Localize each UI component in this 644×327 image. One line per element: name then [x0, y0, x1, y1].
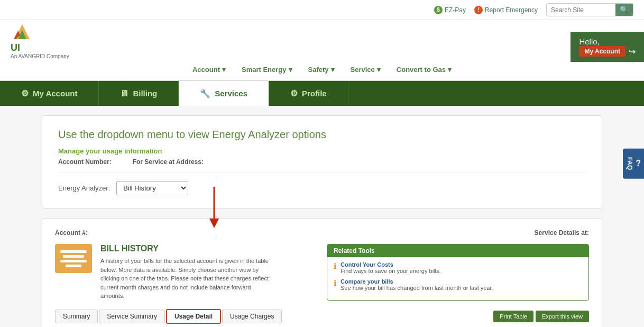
- search-button[interactable]: 🔍: [615, 4, 633, 16]
- energy-analyzer-row: Energy Analyzer: Bill History Usage Hist…: [58, 181, 586, 195]
- nav-service[interactable]: Service ▾: [344, 63, 387, 76]
- related-tools-body: ℹ Control Your Costs Find ways to save o…: [327, 257, 588, 299]
- bill-content-row: BILL HISTORY A history of your bills for…: [55, 244, 589, 301]
- energy-analyzer-select[interactable]: Bill History Usage History Degree Days C…: [116, 181, 188, 195]
- search-icon: 🔍: [620, 6, 629, 14]
- header-main: UI An AVANGRID Company Hello, My Account…: [0, 20, 644, 59]
- logout-icon[interactable]: ↪: [629, 47, 636, 57]
- manage-label: Manage your usage information: [58, 147, 586, 155]
- related-tools-header: Related Tools: [327, 244, 588, 257]
- sub-tab-usage-detail[interactable]: Usage Detail: [166, 309, 221, 324]
- chevron-down-icon: ▾: [448, 66, 452, 74]
- account-service-row: Account #: Service Details at:: [55, 229, 589, 237]
- nav-smart-energy[interactable]: Smart Energy ▾: [235, 63, 299, 76]
- services-tab-icon: 🔧: [200, 88, 210, 98]
- bill-history-section: Account #: Service Details at: BILL HIST…: [42, 218, 602, 327]
- tab-my-account[interactable]: ⚙ My Account: [0, 81, 99, 106]
- logo-icon: [11, 23, 34, 42]
- tab-profile[interactable]: ⚙ Profile: [269, 81, 348, 106]
- print-table-button[interactable]: Print Table: [493, 311, 533, 322]
- my-account-tab-icon: ⚙: [21, 88, 29, 98]
- greeting-text: Hello,: [579, 37, 636, 46]
- faq-button[interactable]: ? FAQ: [623, 149, 644, 179]
- company-subtitle: An AVANGRID Company: [11, 53, 69, 59]
- related-tools: Related Tools ℹ Control Your Costs Find …: [327, 244, 589, 301]
- profile-tab-icon: ⚙: [290, 88, 298, 98]
- tab-billing[interactable]: 🖥 Billing: [99, 81, 179, 106]
- logo-area: UI An AVANGRID Company: [11, 23, 69, 59]
- ezpay-link[interactable]: $ EZ-Pay: [434, 6, 466, 14]
- billing-tab-icon: 🖥: [120, 89, 128, 98]
- company-name: UI: [11, 42, 69, 53]
- main-nav: Account ▾ Smart Energy ▾ Safety ▾ Servic…: [0, 59, 644, 81]
- bill-history-title: BILL HISTORY: [100, 244, 270, 253]
- nav-account[interactable]: Account ▾: [186, 63, 232, 76]
- account-row: Account Number: For Service at Address:: [58, 158, 586, 172]
- tool-title-2[interactable]: Compare your bills: [341, 278, 493, 285]
- dollar-icon: $: [434, 6, 443, 14]
- tool-control-costs: ℹ Control Your Costs Find ways to save o…: [334, 261, 582, 274]
- tool-desc-1: Find ways to save on your energy bills.: [341, 268, 441, 274]
- tool-title-1[interactable]: Control Your Costs: [341, 261, 441, 268]
- sub-tab-service-summary[interactable]: Service Summary: [99, 310, 165, 323]
- svg-marker-4: [209, 219, 219, 228]
- chevron-down-icon: ▾: [331, 66, 335, 74]
- chevron-down-icon: ▾: [289, 66, 292, 74]
- chevron-down-icon: ▾: [222, 66, 226, 74]
- question-icon: ?: [636, 159, 641, 168]
- sub-tab-actions: Print Table Export this view: [493, 311, 589, 322]
- search-box: 🔍: [546, 3, 633, 16]
- my-account-btn[interactable]: My Account: [579, 46, 625, 57]
- bill-left: BILL HISTORY A history of your bills for…: [55, 244, 316, 301]
- search-input[interactable]: [547, 5, 615, 15]
- info-icon-2: ℹ: [334, 279, 336, 291]
- service-address-label: For Service at Address:: [133, 158, 204, 166]
- hello-box: Hello, My Account ↪: [571, 32, 644, 62]
- account-hash-label: Account #:: [55, 229, 88, 237]
- nav-safety[interactable]: Safety ▾: [302, 63, 341, 76]
- emergency-link[interactable]: ! Report Emergency: [474, 6, 538, 14]
- sub-tab-usage-charges[interactable]: Usage Charges: [222, 310, 282, 323]
- account-number-label: Account Number:: [58, 158, 112, 166]
- energy-analyzer-label: Energy Analyzer:: [58, 184, 110, 192]
- tool-desc-2: See how your bill has changed from last …: [341, 285, 493, 291]
- faq-label: FAQ: [626, 157, 633, 170]
- alert-icon: !: [474, 6, 483, 14]
- chevron-down-icon: ▾: [377, 66, 381, 74]
- bill-info: BILL HISTORY A history of your bills for…: [100, 244, 270, 301]
- top-bar: $ EZ-Pay ! Report Emergency 🔍: [0, 0, 644, 20]
- bill-icon: [55, 244, 92, 273]
- energy-analyzer-card: Use the dropdown menu to view Energy Ana…: [42, 115, 602, 208]
- tool-compare-bills: ℹ Compare your bills See how your bill h…: [334, 278, 582, 291]
- bill-history-description: A history of your bills for the selected…: [100, 257, 270, 301]
- sub-tab-summary[interactable]: Summary: [55, 310, 98, 323]
- tab-services[interactable]: 🔧 Services: [179, 81, 269, 106]
- service-detail-label: Service Details at:: [535, 229, 589, 237]
- top-bar-links: $ EZ-Pay ! Report Emergency: [434, 6, 538, 14]
- nav-convert-to-gas[interactable]: Convert to Gas ▾: [390, 63, 458, 76]
- sub-tabs: Summary Service Summary Usage Detail Usa…: [55, 309, 589, 324]
- energy-analyzer-heading: Use the dropdown menu to view Energy Ana…: [58, 129, 586, 141]
- info-icon-1: ℹ: [334, 262, 336, 274]
- tabs-bar: ⚙ My Account 🖥 Billing 🔧 Services ⚙ Prof…: [0, 81, 644, 106]
- export-view-button[interactable]: Export this view: [536, 311, 589, 322]
